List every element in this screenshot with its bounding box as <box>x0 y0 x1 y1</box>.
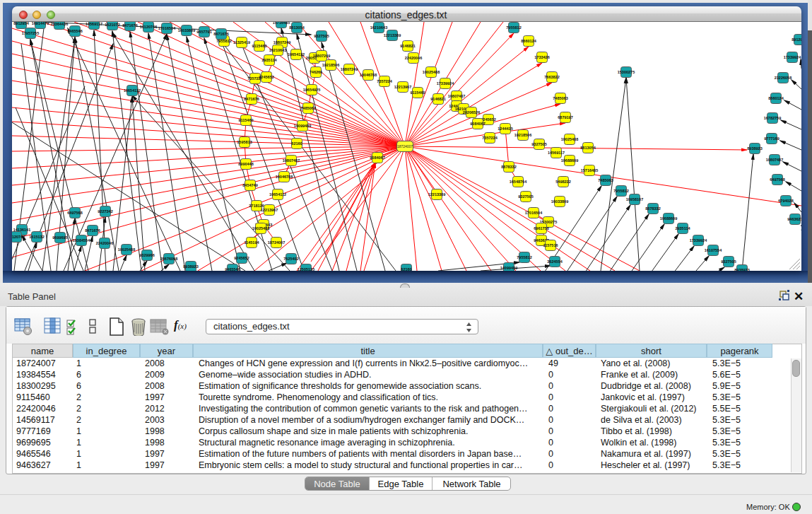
svg-text:8471676: 8471676 <box>85 228 100 233</box>
svg-text:6879197: 6879197 <box>558 115 572 119</box>
svg-text:2935114: 2935114 <box>261 58 277 62</box>
svg-text:12213967: 12213967 <box>261 208 278 212</box>
svg-text:12213389: 12213389 <box>384 33 401 37</box>
svg-text:12213389: 12213389 <box>428 192 445 197</box>
svg-text:9146821: 9146821 <box>400 44 415 48</box>
svg-text:8471676: 8471676 <box>244 97 259 101</box>
svg-text:3624554: 3624554 <box>547 259 563 264</box>
svg-text:1733426: 1733426 <box>534 55 549 59</box>
svg-text:10807487: 10807487 <box>766 158 783 162</box>
svg-text:8990448: 8990448 <box>238 162 253 166</box>
svg-text:19218506: 19218506 <box>514 133 531 137</box>
svg-text:8660124: 8660124 <box>521 39 536 43</box>
svg-text:17957255: 17957255 <box>22 31 39 35</box>
svg-text:8878332: 8878332 <box>645 206 660 211</box>
svg-text:9465546: 9465546 <box>225 267 240 271</box>
svg-text:7955812: 7955812 <box>613 189 628 193</box>
svg-text:8938923: 8938923 <box>734 268 749 271</box>
svg-text:2935114: 2935114 <box>675 226 690 230</box>
svg-text:16914479: 16914479 <box>32 22 49 25</box>
svg-text:9245652: 9245652 <box>234 256 249 260</box>
svg-text:8813054: 8813054 <box>580 146 596 150</box>
svg-text:9327505: 9327505 <box>518 194 533 199</box>
svg-text:1595813: 1595813 <box>237 140 252 144</box>
svg-text:1244415: 1244415 <box>498 127 512 131</box>
svg-text:10688609: 10688609 <box>561 158 578 163</box>
svg-text:18724007: 18724007 <box>397 144 413 148</box>
svg-text:1621072: 1621072 <box>105 23 119 27</box>
svg-text:17339924: 17339924 <box>690 238 707 243</box>
svg-text:9084067: 9084067 <box>470 122 485 126</box>
svg-text:8912954: 8912954 <box>13 22 29 25</box>
svg-text:18807249: 18807249 <box>341 67 358 71</box>
svg-text:16033809: 16033809 <box>178 28 195 33</box>
svg-text:5498222: 5498222 <box>555 180 570 184</box>
svg-text:10688609: 10688609 <box>660 216 677 221</box>
svg-text:15300275: 15300275 <box>618 70 635 74</box>
svg-text:16782759: 16782759 <box>764 116 781 120</box>
svg-text:19384554: 19384554 <box>73 238 90 243</box>
svg-text:10120746: 10120746 <box>12 235 25 239</box>
svg-text:22420046: 22420046 <box>96 241 113 245</box>
svg-text:12213967: 12213967 <box>394 85 411 89</box>
svg-text:1615132: 1615132 <box>29 235 44 239</box>
svg-text:9327505: 9327505 <box>531 142 546 146</box>
svg-text:746266: 746266 <box>310 70 322 74</box>
svg-text:7357224: 7357224 <box>377 79 392 83</box>
svg-text:19218506: 19218506 <box>322 63 339 67</box>
svg-text:7485063: 7485063 <box>598 178 613 182</box>
svg-text:6497568: 6497568 <box>770 177 784 182</box>
svg-text:10654112: 10654112 <box>269 192 286 197</box>
svg-text:8660124: 8660124 <box>768 96 784 100</box>
svg-text:8454749: 8454749 <box>242 183 257 187</box>
svg-text:6961758: 6961758 <box>534 226 548 230</box>
svg-text:16548764: 16548764 <box>510 180 527 184</box>
svg-text:10807487: 10807487 <box>448 94 465 98</box>
svg-text:8813054: 8813054 <box>289 25 305 30</box>
svg-text:18807249: 18807249 <box>313 54 330 58</box>
svg-text:9084067: 9084067 <box>370 156 384 160</box>
svg-text:18724007: 18724007 <box>268 240 285 245</box>
svg-text:10025488: 10025488 <box>423 70 440 74</box>
svg-text:7955812: 7955812 <box>506 25 521 30</box>
svg-text:19654925: 19654925 <box>303 88 320 92</box>
svg-text:17016504: 17016504 <box>525 211 543 215</box>
svg-text:62160: 62160 <box>291 141 302 146</box>
svg-text:9463627: 9463627 <box>787 217 801 221</box>
svg-text:9327505: 9327505 <box>314 34 329 38</box>
svg-text:9329966: 9329966 <box>139 253 154 257</box>
svg-text:9146821: 9146821 <box>430 97 445 101</box>
svg-text:9245652: 9245652 <box>259 75 273 79</box>
svg-text:10025488: 10025488 <box>118 247 135 252</box>
svg-text:9327505: 9327505 <box>721 259 736 264</box>
svg-text:23226058: 23226058 <box>775 76 792 80</box>
svg-text:18807249: 18807249 <box>273 40 290 45</box>
svg-text:10807487: 10807487 <box>283 158 300 163</box>
svg-text:22420046: 22420046 <box>405 56 422 60</box>
svg-text:16107554: 16107554 <box>705 248 722 252</box>
svg-text:16210643: 16210643 <box>269 48 286 52</box>
svg-text:7955812: 7955812 <box>517 255 531 259</box>
svg-text:9465546: 9465546 <box>67 29 82 33</box>
svg-text:10120746: 10120746 <box>140 25 157 29</box>
svg-text:20206526: 20206526 <box>463 110 480 115</box>
svg-text:62160: 62160 <box>401 267 411 271</box>
svg-text:9457791: 9457791 <box>196 30 211 34</box>
svg-text:17339924: 17339924 <box>784 55 801 59</box>
svg-text:8938923: 8938923 <box>747 146 762 151</box>
svg-text:14569117: 14569117 <box>86 22 102 26</box>
svg-text:10046788: 10046788 <box>276 175 293 179</box>
svg-text:7625402: 7625402 <box>283 257 298 261</box>
svg-text:9115460: 9115460 <box>252 44 266 48</box>
svg-text:9115460: 9115460 <box>410 90 425 95</box>
svg-text:10654112: 10654112 <box>288 52 305 57</box>
svg-text:6794028: 6794028 <box>778 199 793 203</box>
svg-text:14569117: 14569117 <box>548 151 565 155</box>
svg-text:8471676: 8471676 <box>213 32 228 36</box>
svg-text:28676068: 28676068 <box>160 257 177 261</box>
svg-text:9699695: 9699695 <box>52 235 67 240</box>
svg-text:1145194: 1145194 <box>244 240 259 245</box>
svg-text:15716485: 15716485 <box>273 22 290 25</box>
svg-text:15716485: 15716485 <box>581 168 598 173</box>
svg-text:9777169: 9777169 <box>764 136 779 141</box>
